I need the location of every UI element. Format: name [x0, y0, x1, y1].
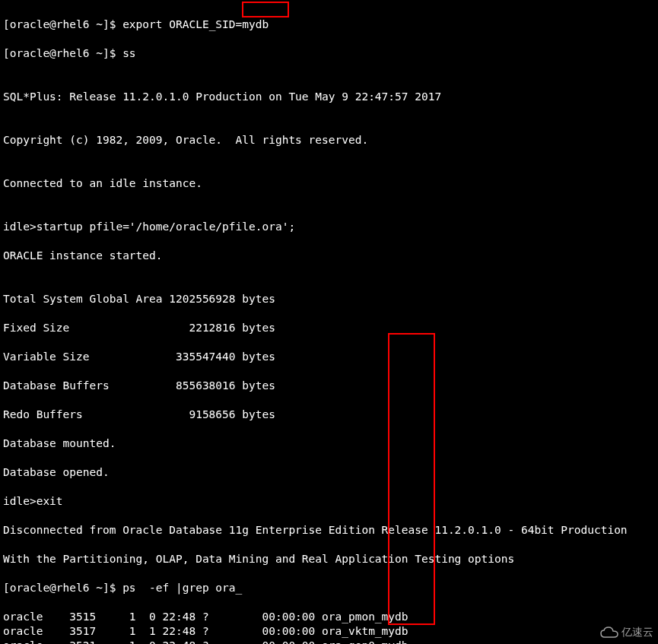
- instance-started: ORACLE instance started.: [3, 249, 655, 263]
- copyright-line: Copyright (c) 1982, 2009, Oracle. All ri…: [3, 133, 655, 148]
- disconnect-line2: With the Partitioning, OLAP, Data Mining…: [3, 552, 655, 566]
- startup-line: idle>startup pfile='/home/oracle/pfile.o…: [3, 220, 655, 234]
- cmd-startup: startup pfile='/home/oracle/pfile.ora';: [37, 220, 295, 233]
- cmd-export: export ORACLE_SID=mydb: [122, 18, 269, 30]
- idle-prompt: idle>: [3, 220, 37, 233]
- process-row: oracle 3515 1 0 22:48 ? 00:00:00 ora_pmo…: [3, 610, 655, 624]
- sga-variable: Variable Size 335547440 bytes: [3, 350, 655, 364]
- watermark-text: 亿速云: [621, 625, 653, 639]
- idle-prompt: idle>: [3, 495, 37, 507]
- exit-line: idle>exit: [3, 494, 655, 509]
- process-row: oracle 3521 1 0 22:48 ? 00:00:00 ora_gen…: [3, 639, 655, 644]
- sga-fixed: Fixed Size 2212816 bytes: [3, 321, 655, 335]
- terminal-output[interactable]: [oracle@rhel6 ~]$ export ORACLE_SID=mydb…: [0, 0, 658, 644]
- shell-prompt: [oracle@rhel6 ~]$: [3, 47, 122, 59]
- watermark: 亿速云: [600, 625, 653, 639]
- shell-prompt: [oracle@rhel6 ~]$: [3, 18, 122, 30]
- process-list: oracle 3515 1 0 22:48 ? 00:00:00 ora_pmo…: [3, 610, 655, 644]
- line-ps: [oracle@rhel6 ~]$ ps -ef |grep ora_: [3, 581, 655, 595]
- cmd-ps: ps -ef |grep ora_: [122, 582, 242, 594]
- line-ss: [oracle@rhel6 ~]$ ss: [3, 46, 655, 61]
- cloud-icon: [600, 627, 618, 639]
- shell-prompt: [oracle@rhel6 ~]$: [3, 582, 122, 594]
- cmd-exit: exit: [37, 495, 63, 507]
- process-row: oracle 3517 1 1 22:48 ? 00:00:00 ora_vkt…: [3, 624, 655, 639]
- line-export: [oracle@rhel6 ~]$ export ORACLE_SID=mydb: [3, 17, 655, 32]
- sqlplus-banner: SQL*Plus: Release 11.2.0.1.0 Production …: [3, 90, 655, 104]
- connected-line: Connected to an idle instance.: [3, 176, 655, 191]
- cmd-ss: ss: [122, 47, 135, 59]
- sga-redo: Redo Buffers 9158656 bytes: [3, 408, 655, 422]
- db-opened: Database opened.: [3, 465, 655, 480]
- disconnect-line1: Disconnected from Oracle Database 11g En…: [3, 523, 655, 538]
- sga-total: Total System Global Area 1202556928 byte…: [3, 292, 655, 306]
- sga-dbbuffers: Database Buffers 855638016 bytes: [3, 379, 655, 393]
- db-mounted: Database mounted.: [3, 436, 655, 451]
